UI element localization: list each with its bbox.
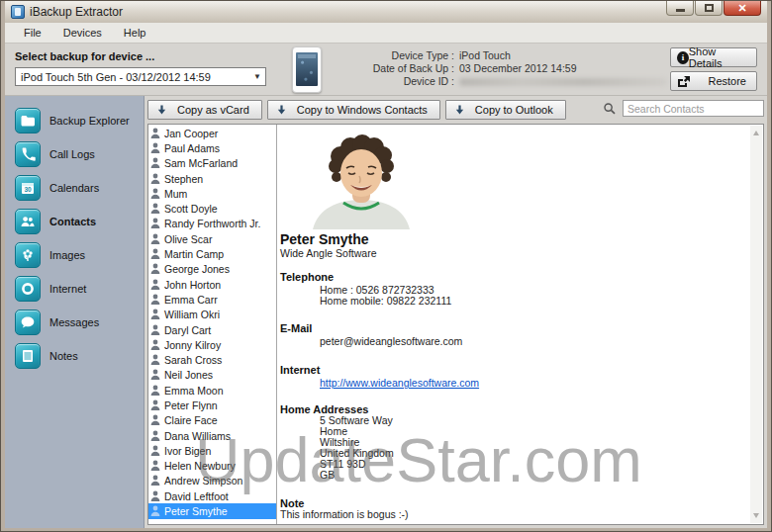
restore-label: Restore bbox=[708, 75, 746, 87]
minimize-button[interactable] bbox=[666, 1, 694, 16]
sidebar-item-images[interactable]: Images bbox=[15, 242, 144, 268]
header-buttons: i Show Details Restore bbox=[670, 47, 757, 91]
contact-row[interactable]: Randy Forthworth Jr. bbox=[148, 217, 276, 231]
scroll-up-icon[interactable] bbox=[753, 131, 759, 135]
person-icon bbox=[150, 460, 160, 472]
person-icon bbox=[150, 294, 160, 306]
person-icon bbox=[150, 142, 160, 154]
person-icon bbox=[150, 173, 160, 185]
telephone-heading: Telephone bbox=[280, 271, 747, 283]
contact-list[interactable]: Jan Cooper Paul Adams bbox=[148, 125, 277, 524]
menu-devices[interactable]: Devices bbox=[52, 24, 113, 42]
contact-row[interactable]: Dana Williams bbox=[148, 428, 276, 443]
contact-name: Helen Newbury bbox=[164, 460, 236, 472]
contacts-panel: Jan Cooper Paul Adams bbox=[147, 124, 764, 525]
contact-row[interactable]: Emma Carr bbox=[148, 292, 276, 307]
maximize-icon bbox=[705, 4, 714, 12]
contact-row[interactable]: Peter Smythe bbox=[148, 503, 276, 518]
minimize-icon bbox=[676, 9, 685, 12]
menu-file[interactable]: File bbox=[13, 24, 52, 42]
close-icon: ✕ bbox=[737, 3, 746, 14]
content-area: Backup Explorer Call Logs 30 Calendars bbox=[5, 96, 767, 528]
device-id-label: Device ID : bbox=[338, 75, 454, 88]
person-icon bbox=[150, 339, 160, 351]
copy-to-windows-contacts-button[interactable]: Copy to Windows Contacts bbox=[267, 100, 440, 120]
restore-button[interactable]: Restore bbox=[670, 71, 757, 91]
contact-row[interactable]: Mum bbox=[148, 186, 276, 201]
contact-row[interactable]: Emma Moon bbox=[148, 383, 276, 398]
person-icon bbox=[150, 414, 160, 426]
sidebar-item-notes[interactable]: Notes bbox=[15, 343, 144, 369]
download-arrow-icon bbox=[156, 104, 167, 116]
device-type-value: iPod Touch bbox=[459, 49, 511, 62]
contact-row[interactable]: Ivor Bigen bbox=[148, 443, 276, 458]
backup-date-value: 03 December 2012 14:59 bbox=[459, 62, 577, 75]
home-address-lines: 5 Software WayHomeWiltshireUnited Kingdo… bbox=[280, 415, 747, 481]
person-icon bbox=[150, 475, 160, 487]
contact-row[interactable]: Daryl Cart bbox=[148, 322, 276, 337]
copy-to-outlook-button[interactable]: Copy to Outlook bbox=[445, 100, 566, 120]
contact-name: John Horton bbox=[164, 279, 221, 291]
contact-name: Andrew Simpson bbox=[164, 475, 242, 487]
client-area: File Devices Help Select backup for devi… bbox=[5, 23, 767, 528]
copy-as-vcard-button[interactable]: Copy as vCard bbox=[147, 100, 262, 120]
close-button[interactable]: ✕ bbox=[724, 1, 761, 16]
notepad-icon bbox=[15, 343, 41, 369]
contact-row[interactable]: Jonny Kilroy bbox=[148, 337, 276, 352]
menu-help[interactable]: Help bbox=[113, 24, 157, 42]
sidebar-item-contacts[interactable]: Contacts bbox=[15, 209, 144, 234]
contact-row[interactable]: George Jones bbox=[148, 262, 276, 277]
sidebar-item-internet[interactable]: Internet bbox=[15, 276, 144, 302]
contact-row[interactable]: Paul Adams bbox=[148, 140, 276, 155]
contact-name: Emma Carr bbox=[164, 294, 218, 306]
contact-name: Randy Forthworth Jr. bbox=[164, 218, 260, 229]
contact-row[interactable]: Jan Cooper bbox=[148, 126, 276, 140]
contact-row[interactable]: Sarah Cross bbox=[148, 352, 276, 367]
person-icon bbox=[150, 263, 160, 275]
contact-row[interactable]: Neil Jones bbox=[148, 368, 276, 383]
contact-row[interactable]: David Leftfoot bbox=[148, 488, 276, 503]
contact-row[interactable]: Martin Camp bbox=[148, 246, 276, 261]
detail-scrollbar[interactable] bbox=[750, 126, 762, 523]
person-icon bbox=[150, 399, 160, 411]
sidebar-label: Images bbox=[49, 249, 85, 261]
backup-dropdown[interactable]: iPod Touch 5th Gen - 03/12/2012 14:59 ▼ bbox=[15, 67, 266, 86]
sidebar-item-call-logs[interactable]: Call Logs bbox=[15, 141, 144, 167]
contact-row[interactable]: William Okri bbox=[148, 308, 276, 322]
device-info: Device Type : iPod Touch Date of Back Up… bbox=[338, 49, 667, 88]
sidebar-label: Backup Explorer bbox=[49, 115, 130, 127]
globe-ring-icon bbox=[15, 276, 41, 302]
svg-text:30: 30 bbox=[24, 186, 32, 193]
contact-name: Sarah Cross bbox=[164, 354, 222, 366]
contact-row[interactable]: Andrew Simpson bbox=[148, 474, 276, 488]
sidebar-item-backup-explorer[interactable]: Backup Explorer bbox=[15, 108, 144, 133]
contact-row[interactable]: Scott Doyle bbox=[148, 201, 276, 216]
chevron-down-icon: ▼ bbox=[249, 68, 265, 85]
contact-row[interactable]: Olive Scar bbox=[148, 231, 276, 246]
contact-row[interactable]: Peter Flynn bbox=[148, 398, 276, 412]
calendar-icon: 30 bbox=[15, 175, 41, 201]
scroll-down-icon[interactable] bbox=[753, 513, 759, 518]
sidebar-item-messages[interactable]: Messages bbox=[15, 310, 144, 335]
contact-name: Olive Scar bbox=[164, 233, 212, 245]
device-id-redacted bbox=[459, 78, 667, 86]
contact-name: William Okri bbox=[164, 309, 220, 320]
website-link[interactable]: http://www.wideanglesoftware.com bbox=[320, 377, 479, 389]
contact-row[interactable]: Stephen bbox=[148, 171, 276, 186]
download-arrow-icon bbox=[276, 104, 287, 116]
contact-name: George Jones bbox=[164, 263, 230, 275]
person-icon bbox=[150, 445, 160, 457]
contact-row[interactable]: Sam McFarland bbox=[148, 156, 276, 171]
sidebar-item-calendars[interactable]: 30 Calendars bbox=[15, 175, 144, 201]
contact-row[interactable]: Helen Newbury bbox=[148, 459, 276, 474]
contact-name: Martin Camp bbox=[164, 248, 224, 260]
contact-name: Jan Cooper bbox=[164, 128, 218, 139]
maximize-button[interactable] bbox=[695, 1, 723, 16]
select-backup-label: Select backup for device ... bbox=[15, 50, 154, 62]
search-input[interactable] bbox=[623, 100, 764, 117]
show-details-button[interactable]: i Show Details bbox=[670, 47, 757, 67]
contact-row[interactable]: Claire Face bbox=[148, 413, 276, 428]
contact-row[interactable]: John Horton bbox=[148, 277, 276, 292]
sidebar-label: Calendars bbox=[49, 182, 99, 194]
person-icon bbox=[150, 188, 160, 200]
